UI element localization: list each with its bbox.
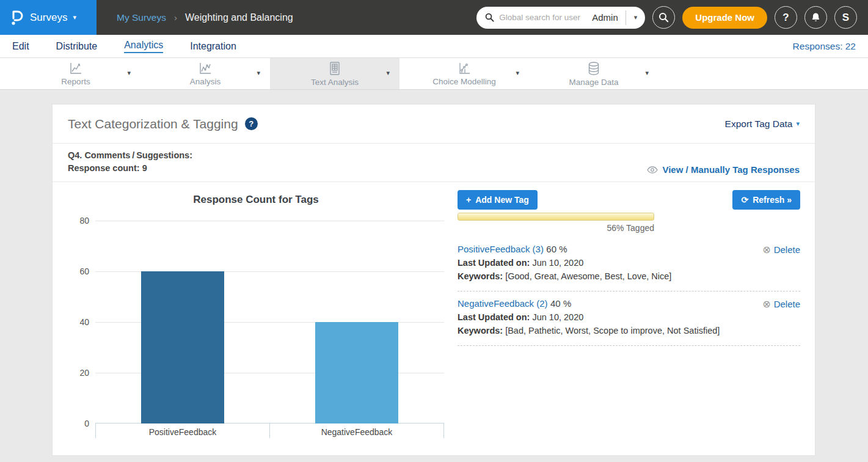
tagged-progress-bar [458, 213, 654, 221]
line-chart-icon [68, 62, 83, 75]
tag-entry-positive-feedback: PositiveFeedback (3) 60 % Last Updated o… [458, 237, 800, 292]
text-categorization-card: Text Categorization & Tagging ? Export T… [52, 104, 815, 456]
tag-name-link[interactable]: PositiveFeedback (3) [458, 244, 544, 254]
tag-entry-negative-feedback: NegativeFeedback (2) 40 % Last Updated o… [458, 292, 800, 346]
view-manually-tag-label: View / Manually Tag Responses [662, 164, 800, 175]
refresh-button[interactable]: ⟳ Refresh » [732, 190, 800, 210]
breadcrumb-separator: › [174, 12, 177, 23]
bar-NegativeFeedback[interactable] [315, 322, 398, 424]
delete-tag-button[interactable]: ⊗ Delete [762, 243, 800, 257]
chart-plot [95, 221, 444, 424]
question-label: Q4. Comments / Suggestions: [68, 149, 192, 162]
tab-label: Choice Modelling [432, 77, 496, 86]
chart-bars [95, 221, 444, 424]
chevron-down-icon: ▾ [796, 120, 800, 127]
nav-item-integration[interactable]: Integration [190, 41, 236, 52]
search-button[interactable] [652, 6, 675, 29]
content-row: Response Count for Tags 806040200 Positi… [53, 182, 815, 438]
global-search-input[interactable] [499, 13, 588, 22]
product-label: Surveys [30, 12, 67, 24]
help-button[interactable]: ? [775, 6, 797, 29]
line-chart-icon [198, 62, 213, 75]
nav-item-analytics[interactable]: Analytics [124, 40, 163, 53]
chevron-down-icon[interactable]: ▾ [257, 69, 260, 77]
breadcrumb-current-survey: Weighting and Balancing [185, 12, 293, 23]
y-tick-label: 20 [79, 368, 89, 378]
response-count-label: Response count: 9 [68, 162, 192, 175]
view-manually-tag-link[interactable]: View / Manually Tag Responses [647, 164, 800, 175]
delete-label: Delete [774, 243, 800, 257]
question-row: Q4. Comments / Suggestions: Response cou… [53, 144, 815, 182]
export-tag-data-dropdown[interactable]: Export Tag Data ▾ [725, 119, 800, 130]
keywords-value: [Bad, Pathetic, Worst, Scope to improve,… [505, 326, 720, 336]
database-icon [586, 61, 601, 76]
chart-x-axis: PositiveFeedbackNegativeFeedback [95, 424, 444, 438]
tab-label: Analysis [190, 77, 221, 86]
questionpro-logo-icon [9, 9, 24, 27]
tab-choice-modelling[interactable]: Choice Modelling ▾ [399, 58, 529, 89]
bar-PositiveFeedback[interactable] [141, 271, 224, 424]
product-menu[interactable]: Surveys ▾ [0, 0, 97, 35]
tag-percent: 60 % [546, 244, 567, 254]
nav-item-edit[interactable]: Edit [12, 41, 29, 52]
tags-panel: + Add New Tag ⟳ Refresh » 56% Tagged Pos… [444, 190, 800, 438]
tab-label: Manage Data [569, 78, 618, 87]
export-tag-data-label: Export Tag Data [725, 119, 793, 130]
help-icon[interactable]: ? [245, 117, 258, 130]
survey-nav: Edit Distribute Analytics Integration Re… [0, 35, 868, 58]
tagged-progress: 56% Tagged [458, 213, 654, 233]
breadcrumb: My Surveys › Weighting and Balancing [117, 12, 293, 23]
tag-name-link[interactable]: NegativeFeedback (2) [458, 298, 548, 309]
circled-x-icon: ⊗ [762, 243, 770, 257]
chevron-down-icon: ▾ [73, 14, 76, 21]
search-scope-chevron-down-icon[interactable]: ▾ [626, 14, 646, 21]
y-tick-label: 40 [79, 317, 89, 327]
delete-label: Delete [774, 298, 800, 311]
page-title: Text Categorization & Tagging [68, 117, 238, 131]
keywords-label: Keywords: [458, 326, 503, 336]
bar-cell [95, 221, 270, 424]
delete-tag-button[interactable]: ⊗ Delete [762, 298, 800, 311]
breadcrumb-my-surveys[interactable]: My Surveys [117, 12, 166, 23]
last-updated-value: Jun 10, 2020 [532, 258, 583, 268]
card-title-row: Text Categorization & Tagging ? Export T… [53, 105, 815, 144]
nav-item-distribute[interactable]: Distribute [56, 41, 98, 52]
tab-label: Reports [61, 77, 90, 86]
tab-analysis[interactable]: Analysis ▾ [140, 58, 270, 89]
search-scope-label[interactable]: Admin [588, 12, 625, 23]
chart-section: Response Count for Tags 806040200 Positi… [68, 190, 444, 438]
bar-cell [270, 221, 445, 424]
keywords-value: [Good, Great, Awesome, Best, Love, Nice] [505, 271, 671, 281]
chart-plot-wrap: 806040200 [68, 221, 444, 424]
tab-label: Text Analysis [311, 78, 359, 87]
notifications-button[interactable] [804, 6, 827, 29]
analytics-tab-bar: Reports ▾ Analysis ▾ Text Analysis ▾ Cho… [0, 58, 868, 90]
text-document-icon [328, 61, 341, 76]
chevron-down-icon[interactable]: ▾ [645, 69, 649, 77]
last-updated-label: Last Updated on: [458, 258, 530, 268]
tab-text-analysis[interactable]: Text Analysis ▾ [270, 58, 399, 89]
tagged-percent-label: 56% Tagged [458, 223, 654, 233]
search-icon [658, 12, 669, 23]
chevron-down-icon[interactable]: ▾ [127, 69, 131, 77]
add-new-tag-button[interactable]: + Add New Tag [458, 190, 538, 210]
y-tick-label: 60 [79, 266, 89, 276]
upgrade-now-button[interactable]: Upgrade Now [682, 7, 767, 29]
refresh-icon: ⟳ [741, 195, 748, 205]
panel-actions: + Add New Tag ⟳ Refresh » [458, 190, 800, 210]
plus-icon: + [466, 195, 471, 205]
tab-reports[interactable]: Reports ▾ [11, 58, 140, 89]
tab-manage-data[interactable]: Manage Data ▾ [529, 58, 658, 89]
chart-title: Response Count for Tags [68, 194, 444, 206]
x-category-label: NegativeFeedback [270, 424, 444, 438]
tag-entries: PositiveFeedback (3) 60 % Last Updated o… [458, 237, 800, 346]
search-icon [485, 13, 494, 22]
user-avatar[interactable]: S [834, 6, 857, 29]
chevron-down-icon[interactable]: ▾ [516, 69, 519, 77]
x-category-label: PositiveFeedback [96, 424, 270, 438]
refresh-label: Refresh » [753, 195, 792, 205]
last-updated-label: Last Updated on: [458, 312, 530, 322]
chevron-down-icon[interactable]: ▾ [386, 69, 390, 77]
add-new-tag-label: Add New Tag [475, 195, 529, 205]
header-actions: Admin ▾ Upgrade Now ? S [476, 6, 868, 29]
